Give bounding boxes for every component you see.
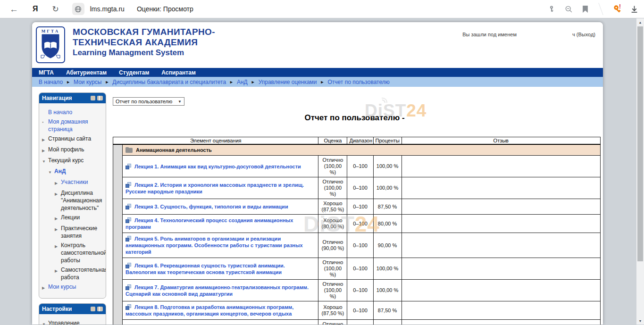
breadcrumb-grade-admin[interactable]: Управление оценками xyxy=(259,79,317,85)
yandex-browser-icon[interactable]: Я xyxy=(33,5,38,13)
grade-item-link[interactable]: Лекция 7. Драматургия анимационно-театра… xyxy=(125,284,309,297)
indent-cell xyxy=(113,144,123,156)
feedback-cell xyxy=(401,199,600,215)
scrollbar[interactable]: ▲ ▼ xyxy=(636,18,644,325)
main-content: Отчет по пользователю ▼ Отчет по пользов… xyxy=(106,92,603,325)
chevron-down-icon: ▼ xyxy=(42,319,48,325)
breadcrumb-user-report[interactable]: Отчет по пользователю xyxy=(328,79,390,85)
sidebar-item-label: Участники xyxy=(61,178,88,187)
back-icon[interactable]: ← xyxy=(9,5,18,14)
percent-cell: 87,50 % xyxy=(373,301,401,320)
indent-cell xyxy=(113,258,123,280)
breadcrumb-disciplines[interactable]: Дисциплины бакалавриата и специалитета xyxy=(112,79,226,85)
grade-item-link[interactable]: Лекция 6. Рекреационная сущность туристс… xyxy=(125,263,285,275)
grade-item-link[interactable]: Лекция 5. Роль аниматоров в организации … xyxy=(125,236,303,255)
watermark-signal-arcs xyxy=(381,97,388,103)
password-alert-icon[interactable]: ! xyxy=(613,5,621,13)
chevron-right-icon: ▶ xyxy=(55,242,61,264)
collapse-block-icon[interactable] xyxy=(91,96,95,100)
indent-cell xyxy=(113,177,123,199)
range-cell: 0–100 xyxy=(347,301,373,320)
sidebar-item-lectures[interactable]: ▶Лекции xyxy=(42,214,104,223)
percent-cell: 87,50 % xyxy=(373,199,401,215)
sidebar-item-self-control[interactable]: ▶Контроль самостоятельной работы xyxy=(42,242,104,264)
feedback-cell xyxy=(401,215,600,233)
lesson-icon xyxy=(125,204,131,209)
page-search-icon[interactable] xyxy=(565,5,573,13)
sidebar-item-discipline[interactable]: ▶Дисциплина "Анимационная деятельность" xyxy=(42,189,104,212)
academy-title: МОСКОВСКАЯ ГУМАНИТАРНО- ТЕХНИЧЕСКАЯ АКАД… xyxy=(73,27,215,58)
feedback-cell xyxy=(401,156,600,177)
select-arrow-icon: ▼ xyxy=(178,100,182,104)
lesson-icon xyxy=(125,284,131,290)
download-icon[interactable] xyxy=(630,5,638,13)
range-cell: 0–100 xyxy=(347,199,373,215)
breadcrumb-course[interactable]: АнД xyxy=(237,79,248,85)
sidebar-item-my-profile[interactable]: ▶Мой профиль xyxy=(42,146,104,155)
sidebar-item-label: В начало xyxy=(48,108,72,116)
scrollbar-thumb[interactable] xyxy=(637,26,643,261)
range-cell: 0–100 xyxy=(347,177,373,199)
navbar-item-mgta[interactable]: МГТА xyxy=(39,69,54,76)
settings-block-body: ▼Управление оценками ▦Обзорный отчет ▦От… xyxy=(39,314,106,325)
range-cell: 0–100 xyxy=(347,320,373,325)
scroll-down-button[interactable]: ▼ xyxy=(636,317,644,325)
grade-item-link[interactable]: Лекция 3. Сущность, функция, типология и… xyxy=(134,204,288,209)
range-cell: 0–100 xyxy=(347,280,373,301)
navigation-block-header: Навигация xyxy=(39,93,106,103)
breadcrumb-separator-icon: ► xyxy=(105,80,109,84)
sidebar-item-label: АнД xyxy=(54,167,66,176)
navbar-item-abiturientam[interactable]: Абитуриентам xyxy=(66,69,107,76)
address-url[interactable]: lms.mgta.ru xyxy=(90,5,125,13)
bookmark-icon[interactable] xyxy=(582,6,588,13)
grade-item-link[interactable]: Лекция 1. Анимация как вид культурно-дос… xyxy=(134,164,301,169)
dock-block-icon[interactable] xyxy=(97,307,103,311)
breadcrumb-my-courses[interactable]: Мои курсы xyxy=(74,79,101,85)
grade-item-link[interactable]: Лекция 4. Технологический процесс создан… xyxy=(125,217,293,230)
sidebar-item-my-courses[interactable]: ▶Мои курсы xyxy=(42,283,104,292)
site-globe-icon[interactable] xyxy=(72,3,84,15)
folder-icon xyxy=(125,147,133,153)
navbar-item-studentam[interactable]: Студентам xyxy=(119,69,149,76)
chevron-right-icon: ▶ xyxy=(42,283,48,292)
chevron-right-icon: ▶ xyxy=(42,146,48,155)
sidebar-item-practice[interactable]: ▶Практические занятия xyxy=(42,225,104,240)
feedback-cell xyxy=(401,301,600,320)
breadcrumb-separator-icon: ► xyxy=(320,80,325,84)
grade-cell: Хорошо(80,00 %) xyxy=(318,215,347,233)
range-cell: 0–100 xyxy=(347,215,373,233)
refresh-icon[interactable]: ↻ xyxy=(52,5,59,13)
lms-page: МГТА МОСКОВСКАЯ ГУМАНИТАРНО- ТЕХНИЧЕСКАЯ… xyxy=(32,22,603,325)
navbar-item-aspirantam[interactable]: Аспирантам xyxy=(161,69,196,76)
report-type-select[interactable]: Отчет по пользователю ▼ xyxy=(113,97,184,106)
sidebar-item-and-course[interactable]: ▼АнД xyxy=(42,167,104,176)
grade-item-link[interactable]: Лекция 9. Игра как эффективная форма ани… xyxy=(125,325,314,325)
password-key-icon[interactable] xyxy=(548,5,555,13)
sidebar-item-home[interactable]: В начало xyxy=(42,108,104,116)
collapse-block-icon[interactable] xyxy=(91,307,95,311)
table-row: Лекция 3. Сущность, функция, типология и… xyxy=(113,199,601,215)
sidebar-item-current-course[interactable]: ▼Текущий курс xyxy=(42,157,104,166)
category-label: Анимационная деятельность xyxy=(136,147,212,153)
sidebar-item-grade-admin[interactable]: ▼Управление оценками xyxy=(42,319,104,325)
sidebar-item-my-home[interactable]: ▪Моя домашняя страница xyxy=(42,118,104,133)
grade-cell: Хорошо(87,50 %) xyxy=(318,199,347,215)
sidebar: Навигация В начало ▪Моя домашняя страниц… xyxy=(39,92,106,325)
grade-item-link[interactable]: Лекция 2. История и хронология массовых … xyxy=(125,182,304,194)
grade-item-link[interactable]: Лекция 8. Подготовка и разработка анимац… xyxy=(125,304,293,317)
sidebar-item-label: Практические занятия xyxy=(61,225,104,240)
logout-link[interactable]: (Выход) xyxy=(577,32,595,37)
sidebar-item-self-work[interactable]: ▶Самостоятельная работа xyxy=(42,266,104,281)
grade-cell: Отлично(100,00 %) xyxy=(318,258,347,280)
header-range: Диапазон xyxy=(347,137,373,145)
chevron-right-icon: ▶ xyxy=(55,266,61,281)
breadcrumb-home[interactable]: В начало xyxy=(39,79,63,85)
dock-block-icon[interactable] xyxy=(97,96,103,100)
academy-logo[interactable]: МГТА xyxy=(36,26,65,63)
sidebar-item-site-pages[interactable]: ▶Страницы сайта xyxy=(42,135,104,144)
lesson-icon xyxy=(125,182,131,188)
indent-cell xyxy=(113,156,123,177)
sidebar-item-participants[interactable]: ▶Участники xyxy=(42,178,104,187)
sidebar-item-label: Дисциплина "Анимационная деятельность" xyxy=(61,189,104,212)
scroll-up-button[interactable]: ▲ xyxy=(636,18,644,26)
